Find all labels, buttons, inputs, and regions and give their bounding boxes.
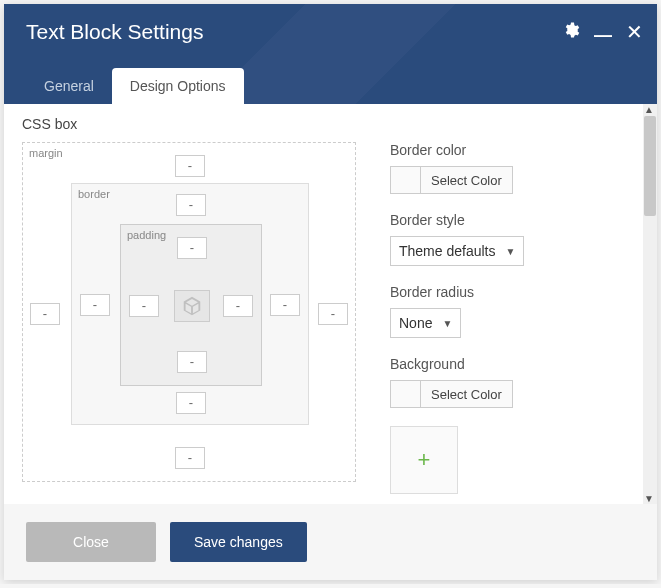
border-color-swatch[interactable]: [390, 166, 420, 194]
margin-left-input[interactable]: -: [30, 303, 60, 325]
border-left-input[interactable]: -: [80, 294, 110, 316]
modal-footer: Close Save changes: [4, 504, 657, 580]
background-color-swatch[interactable]: [390, 380, 420, 408]
padding-label: padding: [127, 229, 166, 241]
modal-body: CSS box margin - - - - border - - - -: [4, 104, 657, 504]
padding-top-input[interactable]: -: [177, 237, 207, 259]
add-image-button[interactable]: +: [390, 426, 458, 494]
background-label: Background: [390, 356, 639, 372]
margin-label: margin: [29, 147, 63, 159]
chevron-down-icon: ▼: [506, 246, 516, 257]
header-controls: — ✕: [562, 20, 643, 44]
margin-right-input[interactable]: -: [318, 303, 348, 325]
settings-modal: Text Block Settings — ✕ General Design O…: [4, 4, 657, 580]
content-box: [174, 290, 210, 322]
content-row: margin - - - - border - - - - padding -: [22, 142, 639, 494]
border-style-select[interactable]: Theme defaults ▼: [390, 236, 524, 266]
border-top-input[interactable]: -: [176, 194, 206, 216]
padding-left-input[interactable]: -: [129, 295, 159, 317]
margin-bottom-input[interactable]: -: [175, 447, 205, 469]
padding-right-input[interactable]: -: [223, 295, 253, 317]
tab-bar: General Design Options: [26, 68, 244, 104]
modal-title: Text Block Settings: [4, 4, 657, 44]
scrollbar[interactable]: ▲ ▼: [643, 104, 657, 504]
save-button[interactable]: Save changes: [170, 522, 307, 562]
gear-icon[interactable]: [562, 21, 580, 44]
background-color-select-button[interactable]: Select Color: [420, 380, 513, 408]
border-label: border: [78, 188, 110, 200]
border-radius-value: None: [399, 315, 432, 331]
tab-design-options[interactable]: Design Options: [112, 68, 244, 104]
border-bottom-input[interactable]: -: [176, 392, 206, 414]
plus-icon: +: [418, 447, 431, 473]
border-color-label: Border color: [390, 142, 639, 158]
border-color-select-button[interactable]: Select Color: [420, 166, 513, 194]
css-box-heading: CSS box: [22, 116, 639, 132]
scroll-down-arrow[interactable]: ▼: [644, 493, 654, 504]
modal-header: Text Block Settings — ✕ General Design O…: [4, 4, 657, 104]
border-layer: border - - - - padding - - - -: [71, 183, 309, 425]
border-style-label: Border style: [390, 212, 639, 228]
padding-bottom-input[interactable]: -: [177, 351, 207, 373]
border-style-value: Theme defaults: [399, 243, 496, 259]
border-radius-select[interactable]: None ▼: [390, 308, 461, 338]
box-model-column: margin - - - - border - - - - padding -: [22, 142, 362, 494]
box-model: margin - - - - border - - - - padding -: [22, 142, 356, 482]
scroll-thumb[interactable]: [644, 116, 656, 216]
scroll-up-arrow[interactable]: ▲: [644, 104, 654, 115]
close-icon[interactable]: ✕: [626, 20, 643, 44]
close-button[interactable]: Close: [26, 522, 156, 562]
content-icon: [181, 295, 203, 317]
chevron-down-icon: ▼: [442, 318, 452, 329]
padding-layer: padding - - - -: [120, 224, 262, 386]
background-color-picker: Select Color: [390, 380, 639, 408]
border-right-input[interactable]: -: [270, 294, 300, 316]
margin-top-input[interactable]: -: [175, 155, 205, 177]
minimize-icon[interactable]: —: [594, 25, 612, 46]
options-column: Border color Select Color Border style T…: [390, 142, 639, 494]
tab-general[interactable]: General: [26, 68, 112, 104]
border-radius-label: Border radius: [390, 284, 639, 300]
border-color-picker: Select Color: [390, 166, 639, 194]
